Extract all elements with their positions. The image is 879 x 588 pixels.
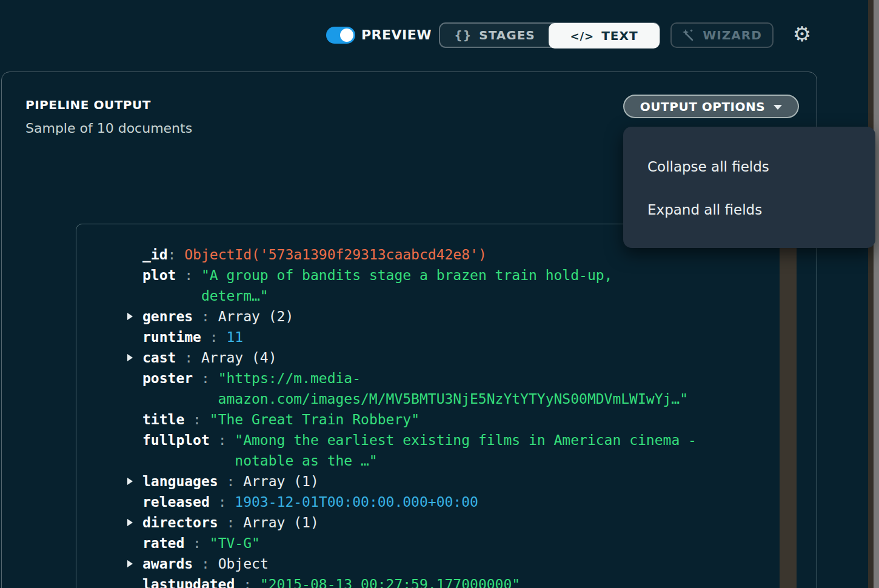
- field-content: genres : Array (2): [142, 306, 293, 327]
- wizard-button-label: WIZARD: [703, 28, 761, 42]
- field-separator: :: [218, 473, 244, 489]
- field-value: Array (2): [218, 309, 294, 324]
- document-row-awards: awards : Object: [76, 553, 817, 574]
- tab-text[interactable]: </> TEXT: [549, 23, 660, 48]
- field-value: "Among the earliest existing films in Am…: [235, 432, 697, 448]
- stages-text-segmented-control: {} STAGES </> TEXT: [439, 22, 660, 48]
- document-row-directors: directors : Array (1): [76, 512, 817, 533]
- caret-spacer: [126, 265, 142, 306]
- caret-spacer: [126, 244, 142, 265]
- field-separator: :: [184, 412, 210, 427]
- field-content: directors : Array (1): [142, 512, 319, 533]
- gear-icon[interactable]: ⚙: [790, 22, 814, 46]
- output-options-button[interactable]: OUTPUT OPTIONS: [623, 95, 799, 118]
- field-key: poster: [142, 370, 193, 386]
- document-row-fullplot: fullplot : "Among the earliest existing …: [76, 430, 817, 471]
- field-separator: :: [193, 370, 218, 386]
- field-value: Array (4): [201, 350, 277, 366]
- caret-spacer: [126, 492, 142, 512]
- field-separator: :: [210, 432, 235, 448]
- expand-caret-icon[interactable]: [126, 512, 142, 533]
- document-row-languages: languages : Array (1): [76, 471, 817, 492]
- expand-caret-icon[interactable]: [126, 471, 142, 492]
- field-value-wrapped: determ…": [201, 286, 613, 306]
- caret-spacer: [126, 368, 142, 409]
- document-preview-container: _id: ObjectId('573a1390f29313caabcd42e8'…: [76, 224, 817, 588]
- code-icon: </>: [570, 30, 594, 42]
- field-separator: :: [184, 535, 210, 551]
- field-separator: :: [193, 556, 218, 572]
- field-key: plot: [142, 267, 176, 283]
- field-value: 11: [226, 329, 243, 345]
- field-key: awards: [142, 556, 193, 572]
- caret-spacer: [126, 430, 142, 471]
- field-content: runtime : 11: [142, 327, 243, 347]
- field-separator: :: [176, 267, 201, 283]
- caret-spacer: [126, 533, 142, 553]
- field-content: poster : "https://m.media-amazon.com/ima…: [142, 368, 688, 409]
- wizard-button[interactable]: WIZARD: [670, 22, 774, 48]
- field-content: released : 1903-12-01T00:00:00.000+00:00: [142, 492, 478, 512]
- field-value: Array (1): [243, 473, 319, 489]
- menu-item-expand-all-fields[interactable]: Expand all fields: [623, 188, 875, 231]
- output-options-label: OUTPUT OPTIONS: [640, 99, 765, 114]
- caret-spacer: [126, 327, 142, 347]
- field-key: runtime: [142, 329, 201, 345]
- chevron-down-icon: [774, 105, 782, 110]
- field-separator: :: [210, 494, 235, 510]
- preview-toggle-label: PREVIEW: [361, 27, 432, 42]
- panel-subtitle: Sample of 10 documents: [25, 121, 192, 136]
- magic-wand-icon: [682, 28, 695, 42]
- field-value-wrapped: amazon.com/images/M/MV5BMTU3NjE5NzYtYTYy…: [218, 389, 688, 409]
- field-separator: :: [176, 350, 201, 366]
- expand-caret-icon[interactable]: [126, 347, 142, 368]
- field-key: lastupdated: [142, 576, 235, 588]
- field-separator: :: [218, 515, 244, 530]
- page-scrollbar-track: [868, 0, 874, 588]
- preview-toggle[interactable]: [326, 27, 355, 44]
- field-key: cast: [142, 350, 176, 366]
- field-content: _id: ObjectId('573a1390f29313caabcd42e8'…: [142, 244, 487, 265]
- field-content: plot : "A group of bandits stage a braze…: [142, 265, 612, 306]
- document-row-rated: rated : "TV-G": [76, 533, 817, 553]
- expand-caret-icon[interactable]: [126, 553, 142, 574]
- toggle-knob: [340, 28, 353, 42]
- page-scrollbar-thumb[interactable]: [874, 0, 879, 588]
- field-separator: :: [201, 329, 227, 345]
- document-row-plot: plot : "A group of bandits stage a braze…: [76, 265, 817, 306]
- caret-spacer: [126, 574, 142, 588]
- field-content: lastupdated : "2015-08-13 00:27:59.17700…: [142, 574, 520, 588]
- field-separator: :: [168, 247, 185, 262]
- field-separator: :: [235, 576, 260, 588]
- field-value-wrapped: notable as the …": [235, 450, 697, 471]
- field-key: languages: [142, 473, 218, 489]
- expand-caret-icon[interactable]: [126, 306, 142, 327]
- document-scrollbar-thumb[interactable]: [780, 247, 797, 588]
- field-value: ObjectId('573a1390f29313caabcd42e8'): [184, 247, 487, 262]
- field-value: "The Great Train Robbery": [210, 412, 419, 427]
- caret-spacer: [126, 409, 142, 430]
- field-value: "A group of bandits stage a brazen train…: [201, 267, 613, 283]
- document-rows: _id: ObjectId('573a1390f29313caabcd42e8'…: [76, 244, 817, 588]
- document-row-genres: genres : Array (2): [76, 306, 817, 327]
- field-key: directors: [142, 515, 218, 530]
- field-content: title : "The Great Train Robbery": [142, 409, 419, 430]
- braces-icon: {}: [454, 28, 472, 42]
- field-value: "https://m.media-: [218, 370, 361, 386]
- field-value: Array (1): [243, 515, 319, 530]
- document-row-lastupdated: lastupdated : "2015-08-13 00:27:59.17700…: [76, 574, 817, 588]
- tab-stages-label: STAGES: [479, 28, 535, 42]
- menu-item-collapse-all-fields[interactable]: Collapse all fields: [623, 145, 875, 188]
- panel-title: PIPELINE OUTPUT: [25, 98, 151, 112]
- field-content: fullplot : "Among the earliest existing …: [142, 430, 697, 471]
- tab-text-label: TEXT: [601, 28, 638, 43]
- field-key: rated: [142, 535, 184, 551]
- field-separator: :: [193, 309, 218, 324]
- field-content: cast : Array (4): [142, 347, 277, 368]
- tab-stages[interactable]: {} STAGES: [440, 24, 549, 47]
- field-key: title: [142, 412, 184, 427]
- field-key: _id: [142, 247, 168, 262]
- document-row-title: title : "The Great Train Robbery": [76, 409, 817, 430]
- field-content: rated : "TV-G": [142, 533, 260, 553]
- field-value: 1903-12-01T00:00:00.000+00:00: [235, 494, 478, 510]
